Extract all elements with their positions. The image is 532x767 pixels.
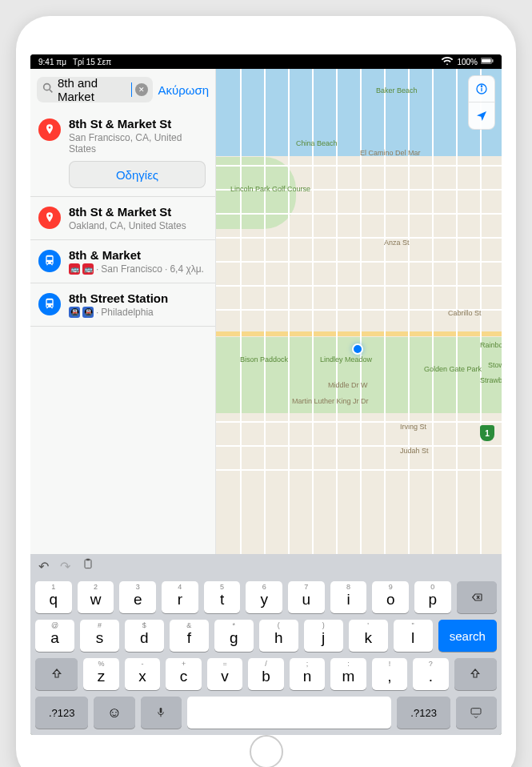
key-y[interactable]: 6y <box>246 581 282 613</box>
key-k[interactable]: 'k <box>349 620 388 652</box>
svg-rect-2 <box>492 59 493 62</box>
map-label: Lindley Meadow <box>320 355 372 363</box>
key-t[interactable]: 5t <box>204 581 241 613</box>
cancel-button[interactable]: Ακύρωση <box>158 83 209 97</box>
svg-point-7 <box>481 86 482 86</box>
key-m[interactable]: :m <box>330 658 366 690</box>
search-result[interactable]: 8th Street Station 🚇 🚇 · Philadelphia <box>30 283 215 327</box>
key-j[interactable]: )j <box>304 620 343 652</box>
key-s[interactable]: #s <box>80 620 119 652</box>
dictate-key[interactable] <box>141 697 182 729</box>
result-title: 8th St & Market St <box>69 117 206 131</box>
status-date: Τρί 15 Σεπ <box>73 58 111 66</box>
route-shield-icon: 1 <box>480 425 494 441</box>
redo-button[interactable]: ↷ <box>60 559 70 574</box>
svg-rect-8 <box>85 560 91 568</box>
result-subtitle: San Francisco, CA, United States <box>69 132 206 155</box>
map-label: Rainbow Falls <box>480 341 502 349</box>
transit-badge-icon: 🚇 <box>69 307 80 318</box>
search-key[interactable]: search <box>438 620 497 652</box>
numeric-key[interactable]: .?123 <box>397 697 450 729</box>
shift-key[interactable] <box>35 658 78 690</box>
map-label: Irving St <box>400 423 426 431</box>
search-field[interactable]: 8th and Market ✕ <box>37 77 153 102</box>
key-e[interactable]: 3e <box>119 581 156 613</box>
pin-icon <box>38 118 61 141</box>
transit-icon <box>38 293 61 315</box>
map-label: China Beach <box>296 139 338 147</box>
keyboard-row: @a#s$d&f*g(h)j'k"lsearch <box>35 620 497 652</box>
search-input[interactable]: 8th and Market <box>58 76 128 103</box>
key-a[interactable]: @a <box>35 620 74 652</box>
map-label: Cabrillo St <box>448 309 482 317</box>
key-x[interactable]: -x <box>125 658 160 690</box>
key-q[interactable]: 1q <box>35 581 72 613</box>
map-label: El Camino Del Mar <box>360 149 421 157</box>
svg-rect-12 <box>160 708 162 713</box>
locate-me-button[interactable] <box>468 102 495 130</box>
battery-icon <box>481 54 494 69</box>
map-label: Bison Paddock <box>240 355 288 363</box>
map-label: Strawberry Hill <box>480 376 502 384</box>
undo-button[interactable]: ↶ <box>38 559 49 574</box>
key-v[interactable]: =v <box>207 658 242 690</box>
transit-icon <box>38 250 61 272</box>
clipboard-button[interactable] <box>82 558 94 574</box>
keyboard-row: 1q2w3e4r5t6y7u8i9o0p <box>35 581 497 613</box>
result-subtitle: 🚇 🚇 · Philadelphia <box>69 307 206 318</box>
search-result[interactable]: 8th St & Market St San Francisco, CA, Un… <box>30 109 215 197</box>
result-subtitle: 🚌 🚌 · San Francisco · 6,4 χλμ. <box>69 263 206 275</box>
svg-point-3 <box>44 84 50 90</box>
key-o[interactable]: 9o <box>372 581 409 613</box>
transit-badge-icon: 🚌 <box>69 263 80 275</box>
result-subtitle: Oakland, CA, United States <box>69 220 206 231</box>
keyboard-row: .?123 ☺ .?123 <box>35 697 497 729</box>
map-label: Stow Lake <box>488 361 502 369</box>
key-h[interactable]: (h <box>259 620 298 652</box>
keyboard-row: %z-x+c=v/b;n:m!,?. <box>35 658 497 690</box>
clear-search-button[interactable]: ✕ <box>135 83 148 96</box>
svg-rect-1 <box>482 59 490 63</box>
key-p[interactable]: 0p <box>414 581 451 613</box>
map-label: Golden Gate Park <box>424 365 482 373</box>
key-u[interactable]: 7u <box>288 581 325 613</box>
key-.[interactable]: ?. <box>413 658 448 690</box>
key-w[interactable]: 2w <box>78 581 114 613</box>
key-i[interactable]: 8i <box>330 581 367 613</box>
map-label: Judah St <box>400 447 429 455</box>
key-c[interactable]: +c <box>166 658 201 690</box>
map-label: Lincoln Park Golf Course <box>230 185 310 193</box>
search-result[interactable]: 8th & Market 🚌 🚌 · San Francisco · 6,4 χ… <box>30 240 215 283</box>
numeric-key[interactable]: .?123 <box>35 697 88 729</box>
result-title: 8th St & Market St <box>69 205 206 219</box>
status-bar: 9:41 πμ Τρί 15 Σεπ 100% <box>30 54 502 69</box>
map-label: Martin Luther King Jr Dr <box>292 397 369 405</box>
key-l[interactable]: "l <box>394 620 433 652</box>
map-info-button[interactable] <box>468 75 495 102</box>
key-f[interactable]: &f <box>170 620 209 652</box>
search-result[interactable]: 8th St & Market St Oakland, CA, United S… <box>30 197 215 240</box>
map-canvas[interactable]: Baker Beach China Beach El Camino Del Ma… <box>216 69 502 554</box>
space-key[interactable] <box>187 697 392 729</box>
key-b[interactable]: /b <box>248 658 283 690</box>
svg-rect-14 <box>471 709 481 714</box>
search-results: 8th St & Market St San Francisco, CA, Un… <box>30 109 215 327</box>
emoji-key[interactable]: ☺ <box>94 697 134 729</box>
key-r[interactable]: 4r <box>162 581 198 613</box>
transit-badge-icon: 🚌 <box>82 263 94 275</box>
keyboard: ↶ ↷ 1q2w3e4r5t6y7u8i9o0p @a#s$d&f*g(h)j'… <box>30 554 502 735</box>
key-n[interactable]: ;n <box>290 658 325 690</box>
directions-button[interactable]: Οδηγίες <box>69 161 206 188</box>
svg-rect-9 <box>86 559 90 561</box>
pin-icon <box>38 207 61 229</box>
backspace-key[interactable] <box>457 581 497 613</box>
hide-keyboard-key[interactable] <box>456 697 497 729</box>
home-button[interactable] <box>250 735 283 767</box>
user-location-dot <box>352 343 363 355</box>
key-g[interactable]: *g <box>214 620 254 652</box>
shift-key[interactable] <box>454 658 497 690</box>
key-,[interactable]: !, <box>372 658 407 690</box>
search-sidebar: 8th and Market ✕ Ακύρωση <box>30 69 216 554</box>
key-z[interactable]: %z <box>83 658 118 690</box>
key-d[interactable]: $d <box>125 620 164 652</box>
